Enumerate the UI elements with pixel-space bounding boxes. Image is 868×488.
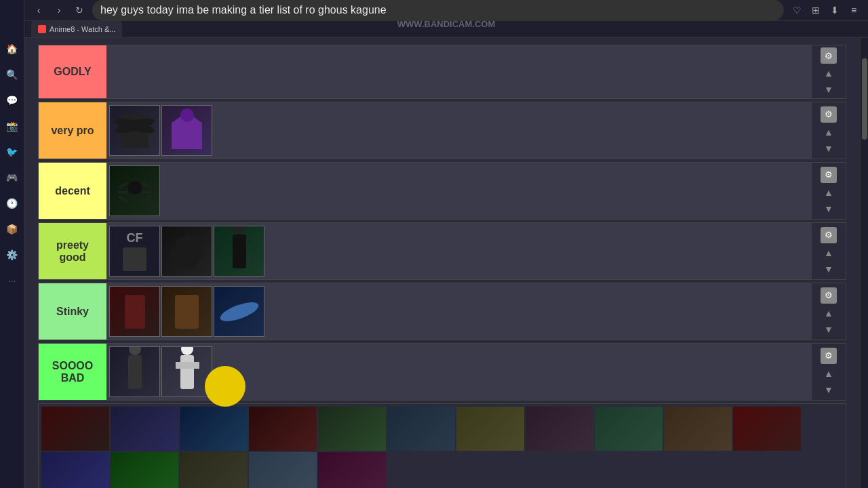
scrollbar[interactable] [860, 38, 868, 488]
grid-icon[interactable]: ⊞ [808, 3, 823, 18]
discord-icon[interactable]: 🎮 [4, 169, 20, 186]
tier-controls-decent: ⚙ ▲ ▼ [812, 163, 846, 219]
gear-icon-verypro[interactable]: ⚙ [821, 106, 837, 123]
yellow-circle-overlay [205, 366, 245, 407]
tier-item-pg-1[interactable]: CF [109, 226, 160, 277]
tier-item-pg-3[interactable] [214, 226, 264, 277]
bank-item-10[interactable] [664, 407, 732, 451]
tier-item-verypro-1[interactable] [109, 105, 160, 156]
tier-items-decent[interactable] [106, 163, 812, 219]
forward-button[interactable]: › [52, 3, 66, 18]
tier-label-prettygood: preety good [39, 223, 106, 279]
bank-item-12[interactable] [41, 452, 109, 488]
tier-controls-prettygood: ⚙ ▲ ▼ [812, 223, 846, 279]
down-btn-sooobad[interactable]: ▼ [821, 383, 837, 396]
tier-controls-sooobad: ⚙ ▲ ▼ [812, 344, 846, 400]
more-icon[interactable]: ··· [4, 272, 20, 289]
tier-item-stinky-1[interactable] [109, 286, 160, 337]
tier-items-prettygood[interactable]: CF [106, 223, 812, 279]
gear-icon-stinky[interactable]: ⚙ [821, 287, 837, 304]
tab-favicon [38, 25, 46, 33]
tier-items-verypro[interactable] [106, 102, 812, 159]
topbar-icons: ♡ ⊞ ⬇ ≡ [789, 3, 861, 18]
down-btn-godly[interactable]: ▼ [821, 83, 837, 96]
down-btn-verypro[interactable]: ▼ [821, 142, 837, 155]
tier-controls-godly: ⚙ ▲ ▼ [812, 45, 846, 98]
tier-label-verypro: very pro [39, 102, 106, 159]
tier-row-prettygood: preety good CF [38, 222, 846, 280]
bank-item-13[interactable] [111, 452, 178, 488]
tierlist-container: GODLY ⚙ ▲ ▼ very pro [24, 38, 860, 488]
up-btn-sooobad[interactable]: ▲ [821, 367, 837, 380]
gear-icon-godly[interactable]: ⚙ [821, 47, 837, 64]
up-btn-godly[interactable]: ▲ [821, 66, 837, 80]
bank-item-7[interactable] [456, 407, 524, 451]
chat-icon[interactable]: 💬 [4, 92, 20, 108]
back-button[interactable]: ‹ [31, 3, 46, 18]
bank-item-6[interactable] [387, 407, 455, 451]
box-icon[interactable]: 📦 [4, 221, 20, 237]
bank-item-9[interactable] [595, 407, 663, 451]
tier-items-godly[interactable] [106, 45, 812, 98]
tier-item-sb-1[interactable] [109, 346, 160, 397]
bank-item-5[interactable] [318, 407, 386, 451]
tab-label: Anime8 - Watch &... [50, 25, 115, 33]
tier-row-stinky: Stinky [38, 283, 846, 340]
tier-item-decent-1[interactable] [109, 165, 160, 216]
gear-icon-decent[interactable]: ⚙ [821, 167, 837, 183]
address-text: hey guys today ima be making a tier list… [100, 4, 387, 16]
bank-item-16[interactable] [318, 452, 386, 488]
tier-item-pg-2[interactable] [161, 226, 212, 277]
tier-item-stinky-3[interactable] [214, 286, 264, 337]
tier-row-verypro: very pro [38, 102, 846, 159]
download-icon[interactable]: ⬇ [827, 3, 842, 18]
bank-item-14[interactable] [180, 452, 248, 488]
tabbar: Anime8 - Watch &... [24, 21, 868, 38]
tier-label-sooobad: SOOOO BAD [39, 344, 106, 400]
gear-icon-prettygood[interactable]: ⚙ [821, 227, 837, 243]
heart-icon[interactable]: ♡ [789, 3, 804, 18]
up-btn-prettygood[interactable]: ▲ [821, 246, 837, 260]
tier-label-godly: GODLY [39, 45, 106, 98]
clock-icon[interactable]: 🕐 [4, 195, 20, 211]
search-icon[interactable]: 🔍 [4, 66, 20, 83]
up-btn-decent[interactable]: ▲ [821, 186, 837, 199]
topbar: ‹ › ↻ hey guys today ima be making a tie… [24, 0, 868, 21]
tier-label-decent: decent [39, 163, 106, 219]
left-sidebar: 🏠 🔍 💬 📸 🐦 🎮 🕐 📦 ⚙️ ··· [0, 0, 24, 488]
menu-icon[interactable]: ≡ [846, 3, 861, 18]
refresh-button[interactable]: ↻ [72, 3, 87, 18]
home-icon[interactable]: 🏠 [4, 41, 20, 57]
bank-item-2[interactable] [111, 407, 178, 451]
tier-row-godly: GODLY ⚙ ▲ ▼ [38, 45, 846, 99]
tier-item-stinky-2[interactable] [161, 286, 212, 337]
up-btn-stinky[interactable]: ▲ [821, 306, 837, 320]
image-bank[interactable] [38, 403, 846, 488]
content-area: GODLY ⚙ ▲ ▼ very pro [24, 38, 868, 488]
tier-items-stinky[interactable] [106, 283, 812, 340]
tab-anime8[interactable]: Anime8 - Watch &... [31, 21, 122, 37]
tier-row-sooobad: SOOOO BAD [38, 343, 846, 401]
bank-item-1[interactable] [41, 407, 109, 451]
browser-wrapper: ‹ › ↻ hey guys today ima be making a tie… [24, 0, 868, 488]
instagram-icon[interactable]: 📸 [4, 118, 20, 134]
settings-icon[interactable]: ⚙️ [4, 247, 20, 263]
bank-item-15[interactable] [249, 452, 317, 488]
tier-label-stinky: Stinky [39, 283, 106, 340]
tier-items-sooobad[interactable] [106, 344, 812, 400]
up-btn-verypro[interactable]: ▲ [821, 125, 837, 139]
bank-item-8[interactable] [526, 407, 593, 451]
tier-controls-verypro: ⚙ ▲ ▼ [812, 102, 846, 159]
twitter-icon[interactable]: 🐦 [4, 144, 20, 160]
down-btn-decent[interactable]: ▼ [821, 202, 837, 216]
bank-item-3[interactable] [180, 407, 248, 451]
bank-item-4[interactable] [249, 407, 317, 451]
bank-item-11[interactable] [733, 407, 801, 451]
tier-row-decent: decent [38, 162, 846, 220]
address-bar[interactable]: hey guys today ima be making a tier list… [92, 0, 784, 20]
down-btn-stinky[interactable]: ▼ [821, 323, 837, 336]
down-btn-prettygood[interactable]: ▼ [821, 262, 837, 276]
tier-item-verypro-2[interactable] [161, 105, 212, 156]
tier-controls-stinky: ⚙ ▲ ▼ [812, 283, 846, 340]
gear-icon-sooobad[interactable]: ⚙ [821, 348, 837, 364]
